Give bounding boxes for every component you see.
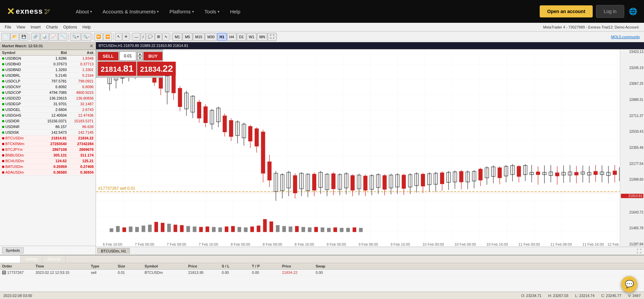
tb-fullscreen[interactable]: ⛶ (268, 33, 277, 41)
list-item[interactable]: BATUSDm 0.25959 0.27408 (0, 164, 96, 170)
tab-history[interactable]: History (20, 255, 43, 263)
mw-ask: 2869676 (67, 147, 94, 152)
menu-help[interactable]: Help (80, 24, 94, 30)
nav-about[interactable]: About ▾ (70, 6, 97, 17)
nav-accounts[interactable]: Accounts & Instruments ▾ (97, 6, 164, 17)
mw-dot-green-icon (2, 63, 4, 65)
tb-connect[interactable]: 🔗 (31, 33, 40, 41)
globe-icon[interactable]: 🌐 (629, 7, 637, 15)
sell-button[interactable]: SELL (98, 52, 118, 60)
open-account-button[interactable]: Open an account (540, 5, 593, 17)
svg-rect-192 (263, 219, 267, 232)
lot-up-button[interactable]: ▲ (137, 52, 143, 56)
list-item[interactable]: USDINR 86.157 86.639 (0, 124, 96, 130)
tb-tline[interactable]: / (141, 33, 146, 41)
mw-ask: 0.27408 (67, 165, 94, 169)
logo-text: exness (16, 7, 43, 16)
price-level-5: 22533.43 (621, 130, 643, 133)
tb-new-chart[interactable]: 📄 (1, 33, 10, 41)
nav-help[interactable]: Help (225, 6, 246, 17)
tf-m5[interactable]: M5 (182, 33, 192, 41)
list-item[interactable]: USDBGN 1.8286 1.8348 (0, 56, 96, 61)
list-item[interactable]: USDIDR 15156.0371 15183.5371 (0, 118, 96, 124)
svg-rect-181 (193, 227, 197, 232)
list-item[interactable]: USDBRL 5.2145 5.2164 (0, 73, 96, 78)
menu-file[interactable]: File (2, 24, 14, 30)
tf-m15[interactable]: M15 (193, 33, 205, 41)
tf-m1[interactable]: M1 (172, 33, 182, 41)
logo[interactable]: ✕ exness 🕊 (7, 6, 50, 17)
tb-save-template[interactable]: 💾 (19, 33, 28, 41)
svg-text:9 Feb 08:00: 9 Feb 08:00 (359, 242, 378, 246)
list-item[interactable]: BCHUSDm 124.62 125.21 (0, 158, 96, 164)
mql5-link[interactable]: MQL5.community (611, 35, 640, 39)
lot-down-button[interactable]: ▼ (137, 56, 143, 60)
tf-h1[interactable]: H1 (217, 33, 227, 41)
list-item[interactable]: USDISK 142.5473 142.7145 (0, 130, 96, 135)
list-item[interactable]: BTCUSDm 21814.81 21834.22 (0, 135, 96, 141)
list-item[interactable]: USDGEL 2.6604 2.6743 (0, 107, 96, 113)
buy-button[interactable]: BUY (144, 52, 162, 60)
price-level-6: 22355.48 (621, 146, 643, 150)
svg-text:9 Feb 16:00: 9 Feb 16:00 (390, 242, 410, 246)
tb-cursor[interactable]: ↖ (115, 33, 122, 41)
mw-ask: 5.2164 (67, 73, 94, 77)
svg-rect-203 (333, 227, 337, 232)
tf-d1[interactable]: D1 (237, 33, 246, 41)
list-item[interactable]: USDDZD 136.23615 136.80836 (0, 96, 96, 101)
menu-charts[interactable]: Charts (43, 24, 60, 30)
tf-mn[interactable]: MN (257, 33, 267, 41)
tf-h4[interactable]: H4 (227, 33, 236, 41)
list-item[interactable]: USDBND 1.3293 1.3301 (0, 67, 96, 73)
svg-rect-121 (479, 169, 482, 180)
svg-rect-0 (96, 49, 644, 247)
tb-fib[interactable]: ⊞ (155, 33, 162, 41)
menu-options[interactable]: Options (61, 24, 80, 30)
tb-chart-type-bar[interactable]: 📊 (40, 33, 49, 41)
market-watch-close-icon[interactable]: ✕ (90, 43, 94, 49)
chart-tab[interactable]: BTCUSDm, H1 (97, 248, 130, 254)
mw-dot-green-icon (2, 109, 4, 111)
tb-scroll-end[interactable]: ⏩ (94, 33, 103, 41)
list-item[interactable]: BNBUSDm 305.131 311.174 (0, 153, 96, 158)
menu-view[interactable]: View (14, 24, 28, 30)
status-low: L: 23214.74 (575, 294, 594, 298)
tb-indicator[interactable]: ∿ (162, 33, 169, 41)
lot-size-input[interactable] (119, 51, 136, 61)
list-item[interactable]: USDCOP 4794.7085 4800.5015 (0, 90, 96, 96)
nav-platforms[interactable]: Platforms ▾ (164, 6, 199, 17)
tb-crosshair[interactable]: ✛ (122, 33, 129, 41)
tb-chart-type-candle[interactable]: 📈 (49, 33, 58, 41)
tab-journal[interactable]: Journal (43, 255, 65, 263)
tb-hline[interactable]: — (132, 33, 140, 41)
list-item[interactable]: USDGHS 12.40504 12.47436 (0, 113, 96, 118)
tb-text[interactable]: 💬 (146, 33, 155, 41)
tf-m30[interactable]: M30 (205, 33, 217, 41)
mw-dot-green-icon (2, 126, 4, 128)
buy-price-display[interactable]: 21834.22 (137, 62, 175, 76)
list-item[interactable]: BTCJPYm 2867108 2869676 (0, 147, 96, 153)
tab-trade[interactable]: Trade (0, 255, 20, 263)
list-item[interactable]: USDEGP 31.9701 32.1487 (0, 101, 96, 107)
tb-scroll-back[interactable]: ⏪ (103, 33, 112, 41)
tb-open-template[interactable]: 📂 (10, 33, 19, 41)
chart-expand-icon[interactable]: ⛶ (637, 248, 641, 254)
price-level-8: 21999.60 (621, 178, 643, 181)
tb-zoom-out[interactable]: 🔍- (81, 33, 91, 41)
mw-bid: 124.62 (40, 159, 67, 163)
login-button[interactable]: Log in (596, 5, 624, 18)
symbols-button[interactable]: Symbols (2, 247, 23, 253)
list-item[interactable]: USDCNY 6.8092 6.8096 (0, 84, 96, 90)
tf-w1[interactable]: W1 (247, 33, 257, 41)
sell-price-display[interactable]: 21814.81 (98, 62, 136, 76)
list-item[interactable]: USDBHD 0.37673 0.37713 (0, 61, 96, 67)
tb-zoom-in[interactable]: 🔍+ (70, 33, 81, 41)
tb-chart-type-line[interactable]: 📉 (58, 33, 67, 41)
menu-insert[interactable]: Insert (28, 24, 43, 30)
nav-tools[interactable]: Tools ▾ (199, 6, 225, 17)
table-row[interactable]: T17737267 2023.02.12 12:53:15 sell 0.01 … (0, 270, 644, 276)
list-item[interactable]: USDCLP 797.5781 799.0921 (0, 78, 96, 84)
chat-bubble[interactable]: 💬 (621, 276, 637, 292)
list-item[interactable]: ADAUSDm 0.36580 0.36934 (0, 170, 96, 175)
list-item[interactable]: BTCKRWm 27283540 27342284 (0, 141, 96, 147)
